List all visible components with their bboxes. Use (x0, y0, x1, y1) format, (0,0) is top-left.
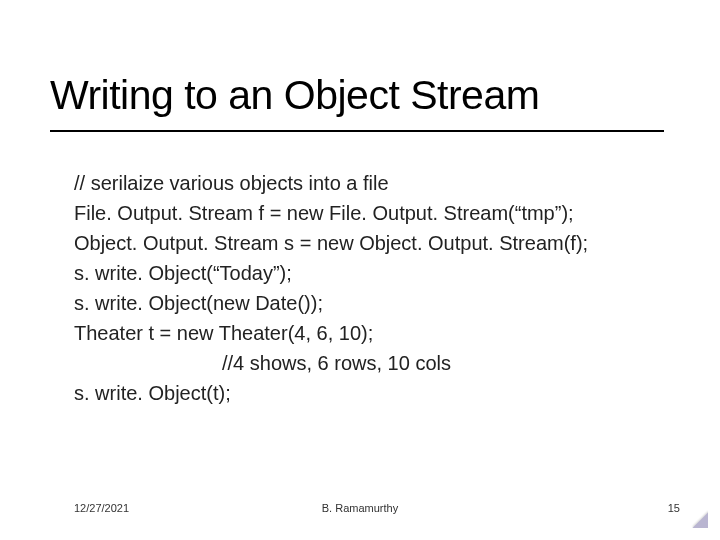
slide-title: Writing to an Object Stream (50, 72, 539, 119)
code-line: Object. Output. Stream s = new Object. O… (74, 228, 674, 258)
code-line: Theater t = new Theater(4, 6, 10); (74, 318, 674, 348)
code-line: s. write. Object(t); (74, 378, 674, 408)
code-line: // serilaize various objects into a file (74, 168, 674, 198)
code-line: File. Output. Stream f = new File. Outpu… (74, 198, 674, 228)
title-underline (50, 130, 664, 132)
footer-author: B. Ramamurthy (0, 502, 720, 514)
footer-page-number: 15 (668, 502, 680, 514)
code-block: // serilaize various objects into a file… (74, 168, 674, 408)
page-curl-icon (686, 506, 708, 528)
code-line: s. write. Object(new Date()); (74, 288, 674, 318)
slide: Writing to an Object Stream // serilaize… (0, 0, 720, 540)
code-line: s. write. Object(“Today”); (74, 258, 674, 288)
code-line: //4 shows, 6 rows, 10 cols (74, 348, 674, 378)
